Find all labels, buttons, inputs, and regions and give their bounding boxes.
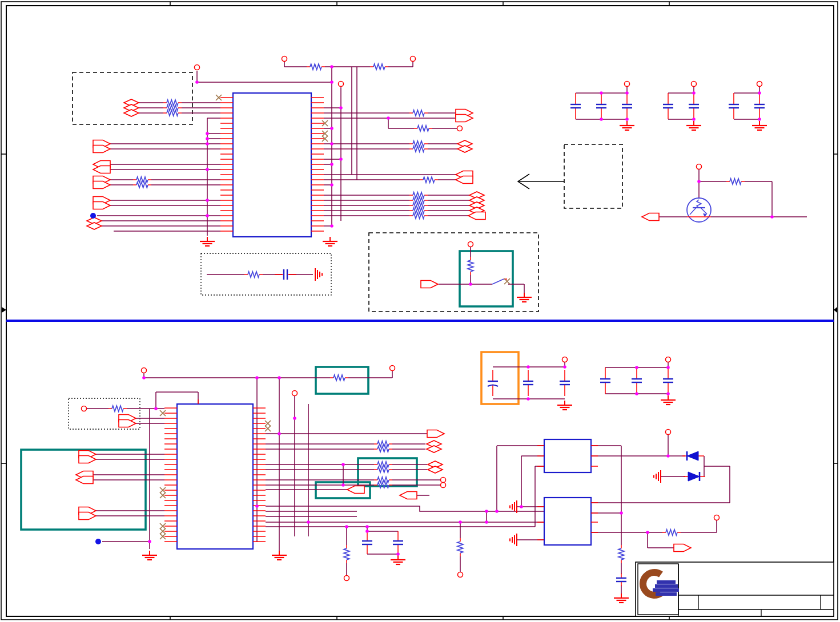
connector-arrow-icon: [76, 476, 93, 484]
junction-dot: [485, 510, 488, 513]
ic-body: [544, 439, 591, 472]
wire: [266, 506, 544, 511]
resistor-zigzag: [310, 64, 321, 70]
junction-dot: [600, 118, 603, 121]
power-pin-icon: [458, 572, 463, 577]
junction-dot: [666, 454, 670, 458]
junction-dot: [646, 531, 649, 534]
junction-dot: [620, 511, 623, 515]
resistor-zigzag: [413, 141, 424, 147]
power-pin-icon: [666, 357, 671, 362]
power-pin-icon: [82, 406, 87, 411]
power-pin-icon: [714, 515, 720, 520]
power-pin-icon: [625, 82, 630, 87]
orange-highlight-box: [481, 352, 519, 404]
power-pin-icon: [411, 56, 416, 62]
junction-dot: [307, 520, 310, 524]
capacitors: [275, 93, 765, 586]
junction-dot: [206, 132, 209, 135]
junction-dot: [625, 91, 629, 95]
company-logo-bar: [655, 584, 678, 588]
junction-dot: [330, 183, 333, 187]
junction-dot: [255, 504, 259, 508]
junction-dot: [330, 80, 333, 84]
junction-dot: [666, 366, 670, 369]
junction-dot: [520, 505, 523, 508]
connector-arrow-icon: [79, 512, 96, 520]
schematic-sheet: [0, 0, 840, 622]
wires: [87, 62, 807, 593]
junction-dot: [206, 168, 209, 171]
power-pin-icon: [142, 368, 147, 373]
company-logo-bar: [656, 592, 677, 596]
junction-dot: [142, 376, 146, 379]
junction-dot: [625, 118, 629, 121]
junction-dot: [396, 552, 400, 556]
power-pin-icon: [339, 82, 344, 87]
junction-dot: [692, 91, 696, 95]
power-pin-icon: [697, 164, 702, 169]
resistor-zigzag: [167, 110, 178, 116]
power-pin-icon: [468, 242, 473, 247]
resistor-zigzag: [423, 177, 435, 183]
transistor-emitter-arrow: [703, 213, 707, 217]
transistor-icon: [687, 198, 711, 222]
junction-dot: [526, 397, 530, 401]
diodes: [682, 451, 705, 481]
connector-arrows: [76, 99, 691, 552]
center-mark: [2, 307, 6, 313]
switch-blade: [492, 279, 504, 284]
power-pin-icon: [344, 576, 349, 581]
no-connects: [160, 95, 510, 539]
resistor-zigzag: [377, 477, 389, 483]
connector-arrow-icon: [93, 202, 110, 209]
junction-dot: [758, 91, 761, 95]
resistor-zigzag: [167, 105, 178, 111]
junction-dot: [697, 180, 701, 183]
dash-highlight-box: [73, 72, 192, 124]
ic-body: [544, 498, 591, 545]
frame-inner: [6, 6, 834, 616]
junction-dot: [459, 520, 462, 524]
junction-dot: [330, 65, 333, 68]
connector-arrow-icon: [456, 176, 473, 184]
resistor-zigzag: [377, 462, 389, 467]
connector-arrow-icon: [347, 486, 364, 494]
junction-dot: [330, 163, 333, 166]
connector-arrow-icon: [456, 115, 473, 122]
resistor-zigzag: [377, 446, 389, 452]
power-pin-icon: [457, 126, 463, 131]
junction-dot: [293, 417, 296, 420]
resistor-zigzag: [413, 197, 424, 203]
power-pin-icon: [666, 430, 671, 435]
diode-icon: [688, 472, 700, 481]
power-pin-icon: [195, 65, 200, 70]
schematic-canvas: [0, 0, 840, 622]
resistors: [108, 64, 745, 563]
resistor-zigzag: [666, 530, 677, 535]
resistor-zigzag: [730, 179, 741, 184]
junction-dot: [206, 137, 209, 140]
resistor-zigzag: [377, 441, 389, 447]
junction-dot: [278, 432, 281, 435]
junction-dot: [365, 525, 369, 528]
junction-dot: [341, 463, 345, 466]
resistor-zigzag: [167, 100, 178, 106]
junction-dot: [692, 118, 696, 121]
connector-arrow-icon: [674, 544, 691, 552]
resistor-zigzag: [248, 272, 259, 277]
junction-dot: [387, 116, 390, 120]
junction-dot: [330, 127, 333, 130]
power-pin-icon: [282, 56, 287, 62]
connector-arrow-icon: [421, 281, 438, 288]
resistor-zigzag: [457, 542, 463, 553]
junction-dot: [469, 282, 472, 286]
resistor-zigzag: [333, 375, 345, 381]
connector-diamond-icon: [427, 446, 441, 453]
resistor-zigzag: [136, 177, 148, 183]
junction-dots: [142, 65, 774, 556]
power-pin-icon: [441, 483, 446, 488]
annotation-boxes: [21, 72, 622, 530]
junction-dot: [365, 530, 369, 533]
junction-dot: [345, 525, 348, 528]
